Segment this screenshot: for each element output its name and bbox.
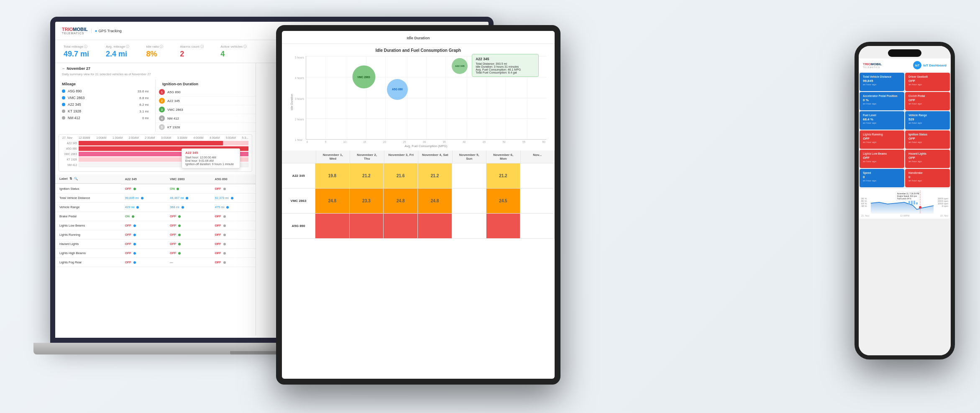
alarms-label: Alarms count ⓘ xyxy=(180,44,204,49)
cal-cell[interactable]: 24.8 xyxy=(384,189,418,213)
vehicle-dot xyxy=(62,110,65,113)
status-value: OFF xyxy=(215,187,221,191)
no-value: — xyxy=(170,260,173,264)
cal-cell[interactable]: 21.6 xyxy=(384,163,418,188)
cal-cell[interactable]: 21.2 xyxy=(350,163,384,188)
phone-card-total-distance[interactable]: Total Vehicle Distance 99,845 an hour ag… xyxy=(860,73,904,91)
table-row: Lights Fog Rear OFF — OF xyxy=(55,258,256,267)
cal-cell[interactable]: 23.3 xyxy=(350,189,384,213)
cal-cell[interactable]: 24.5 xyxy=(486,189,521,213)
tablet-device: Idle Duration Idle Duration and Fuel Con… xyxy=(276,25,569,401)
cal-cell[interactable] xyxy=(315,214,350,238)
x-tick: 35 xyxy=(443,140,446,143)
ign-rank: 5 xyxy=(159,124,165,130)
status-dot xyxy=(178,252,181,255)
table-row: Lights High Beams OFF OFF xyxy=(55,249,256,258)
calendar-header-row: November 1, Wed November 2, Thu November… xyxy=(282,150,555,163)
status-dot xyxy=(133,224,136,227)
iot-label: IoT Dashboard xyxy=(923,64,947,67)
phone-card-clutch[interactable]: Clutch Pedal OFF an hour ago xyxy=(905,92,950,110)
cal-header-thu: November 2, Thu xyxy=(350,150,384,163)
breadcrumb[interactable]: ← November 27 xyxy=(55,63,256,72)
tooltip-title: A22 345 xyxy=(185,151,236,155)
phone-card-hazard[interactable]: Hazard Lights OFF an hour ago xyxy=(905,150,950,168)
vehicle-dot xyxy=(62,116,65,120)
phone-card-fuel-level[interactable]: Fuel Level 68.4 % an hour ago xyxy=(860,111,904,130)
timeline-time-label: 1:00AM xyxy=(96,136,106,139)
ign-vehicle-name: KT 1928 xyxy=(167,125,252,129)
status-dot xyxy=(178,243,181,245)
cal-cell[interactable] xyxy=(418,214,452,238)
cal-cell[interactable]: 24.8 xyxy=(315,189,350,213)
cal-cell[interactable] xyxy=(486,214,521,238)
breadcrumb-sub: Daily summary view for 21 selected vehic… xyxy=(55,72,256,79)
chart-y-left-bot: 48 % xyxy=(861,205,867,207)
bubble-a22345[interactable]: A22 345 xyxy=(452,58,468,74)
tablet-inner: Idle Duration Idle Duration and Fuel Con… xyxy=(282,31,555,379)
x-tick: 15 xyxy=(363,140,366,143)
cal-cell[interactable]: A5G 890 Total Distance: 77.1 mi Idle Dur… xyxy=(350,214,384,238)
cal-cell[interactable]: 21.2 xyxy=(418,163,452,188)
cal-header-wed: November 1, Wed xyxy=(316,150,351,163)
cell-a22-distance: 99,845 mi xyxy=(121,194,166,203)
status-value: OFF xyxy=(125,187,131,191)
card-value: 529 xyxy=(908,117,947,121)
x-tick: 20 xyxy=(383,140,386,143)
cell-a22-range: 429 mi xyxy=(121,203,166,212)
phone-card-lights-low[interactable]: Lights Low Beams OFF an hour ago xyxy=(860,150,904,168)
cal-cell-empty xyxy=(452,189,486,213)
avg-mileage-label: Avg. mileage ⓘ xyxy=(106,44,129,49)
cal-vehicle-vmc: VMC 2863 xyxy=(282,189,315,213)
phone-card-ignition-status[interactable]: Ignition Status OFF an hour ago xyxy=(905,130,950,149)
vehicle-row: A5G 890 33.6 mi xyxy=(55,88,155,94)
trio-logo-text: TRIOMOBIL xyxy=(62,27,88,32)
cell-a22-fogrear: OFF xyxy=(121,258,166,267)
status-dot xyxy=(133,188,136,190)
status-dot xyxy=(133,243,136,245)
phone-card-seatbelt[interactable]: Driver Seatbelt OFF an hour ago xyxy=(905,73,950,91)
table-row: Ignition Status OFF ON xyxy=(55,184,256,194)
bubble-vmc2863[interactable]: VMC 2863 xyxy=(352,65,375,88)
cal-cell[interactable] xyxy=(384,214,418,238)
status-value: OFF xyxy=(215,233,221,237)
data-table-container[interactable]: Label ⇅ 🔍 A22 345 VMC 2863 A5G 890 xyxy=(55,174,256,267)
status-dot xyxy=(178,224,181,227)
total-mileage-label: Total mileage ⓘ xyxy=(64,44,89,49)
sort-icon[interactable]: ⇅ xyxy=(69,177,72,181)
phone-card-vehicle-range[interactable]: Vehicle Range 529 an hour ago xyxy=(905,111,950,130)
phone-card-lights-running[interactable]: Lights Running OFF an hour ago xyxy=(860,130,904,149)
svg-rect-0 xyxy=(908,201,910,204)
idle-duration-tab[interactable]: Idle Duration xyxy=(407,36,430,40)
card-value: OFF xyxy=(908,137,947,140)
avg-mileage-stat: Avg. mileage ⓘ 2.4 mi xyxy=(106,44,129,59)
cal-row-a22: A22 345 19.8 21.2 21.6 21.2 21.2 xyxy=(282,163,555,189)
col-header-label[interactable]: Label ⇅ 🔍 xyxy=(55,174,121,184)
table-row: Hazard Lights OFF OFF xyxy=(55,240,256,249)
search-icon[interactable]: 🔍 xyxy=(74,177,78,181)
table-row: Vehicle Range 429 mi 368 mi xyxy=(55,203,256,212)
status-dot xyxy=(178,234,181,236)
ignition-row: 5 KT 1928 xyxy=(156,123,256,132)
phone-card-speed[interactable]: Speed 0 an hour ago xyxy=(860,169,904,187)
cal-cell[interactable]: 21.2 xyxy=(486,163,521,188)
ign-rank: 1 xyxy=(159,89,165,95)
vehicle-row: VMC 2863 6.8 mi xyxy=(55,94,155,101)
cal-cell-empty xyxy=(520,214,555,238)
vehicle-name: A22 345 xyxy=(68,102,139,107)
phone-card-accelerator[interactable]: Accelerator Pedal Position 0 % an hour a… xyxy=(860,92,904,110)
phone-card-handbrake[interactable]: Handbrake 0 an hour ago xyxy=(905,169,950,187)
bubble-label: A22 345 xyxy=(455,65,465,67)
phone-notch xyxy=(888,49,921,57)
ign-vehicle-name: NM 412 xyxy=(167,117,252,120)
vehicle-mileage: 0 mi xyxy=(142,116,148,120)
row-label: Lights Running xyxy=(55,230,121,240)
vehicle-name: VMC 2863 xyxy=(68,96,139,100)
cell-a5g-highbeams: OFF xyxy=(211,249,256,258)
cal-cell[interactable]: 19.8 xyxy=(315,163,350,188)
bubble-a5g890[interactable]: A5G 890 xyxy=(387,79,408,100)
value-dot xyxy=(182,206,184,209)
cal-cell[interactable]: 24.8 xyxy=(418,189,452,213)
value-dot xyxy=(226,206,229,209)
cell-vmc-highbeams: OFF xyxy=(166,249,210,258)
cal-value xyxy=(315,214,349,238)
